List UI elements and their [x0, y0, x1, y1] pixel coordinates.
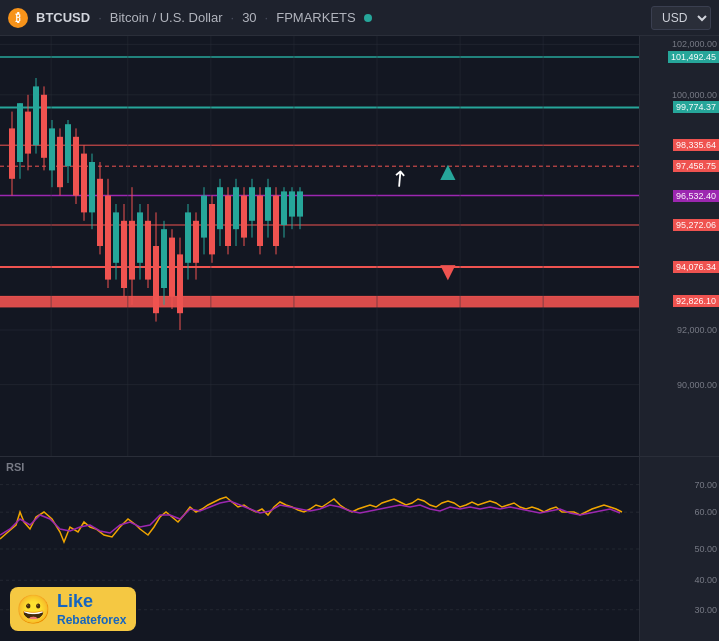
svg-rect-54 [137, 212, 143, 262]
rsi-scale: 70.00 60.00 50.00 40.00 30.00 [639, 457, 719, 641]
svg-rect-34 [57, 137, 63, 187]
price-100000: 100,000.00 [672, 90, 717, 100]
symbol-text: BTCUSD [36, 10, 90, 25]
svg-rect-58 [153, 246, 159, 313]
watermark-rebateforex-text: Rebateforex [57, 613, 126, 627]
svg-rect-70 [201, 196, 207, 238]
svg-rect-32 [49, 128, 55, 170]
price-99774: 99,774.37 [673, 101, 719, 113]
pair-name: Bitcoin / U.S. Dollar [110, 10, 223, 25]
price-92826: 92,826.10 [673, 295, 719, 307]
price-96532: 96,532.40 [673, 190, 719, 202]
price-95272: 95,272.06 [673, 219, 719, 231]
svg-rect-42 [89, 162, 95, 212]
svg-rect-94 [297, 191, 303, 216]
price-scale: 102,000.00 101,492.45 100,000.00 99,774.… [639, 36, 719, 456]
svg-rect-24 [17, 103, 23, 162]
svg-rect-80 [241, 196, 247, 238]
coin-icon: ₿ [8, 8, 28, 28]
svg-rect-86 [265, 187, 271, 221]
svg-rect-62 [169, 238, 175, 297]
svg-rect-26 [25, 112, 31, 154]
watermark-text: Like Rebateforex [57, 591, 126, 627]
svg-rect-44 [97, 179, 103, 246]
svg-rect-52 [129, 221, 135, 280]
rsi-panel: RSI 70.00 60.00 50.00 40.00 30.00 😀 [0, 456, 719, 641]
separator2: · [231, 10, 235, 25]
price-97458: 97,458.75 [673, 160, 719, 172]
main-chart: 102,000.00 101,492.45 100,000.00 99,774.… [0, 36, 719, 456]
chart-container: 102,000.00 101,492.45 100,000.00 99,774.… [0, 36, 719, 641]
svg-rect-60 [161, 229, 167, 288]
price-90000: 90,000.00 [677, 380, 717, 390]
svg-rect-56 [145, 221, 151, 280]
currency-select[interactable]: USD EUR BTC [651, 6, 711, 30]
watermark-like-text: Like [57, 591, 126, 613]
watermark-emoji: 😀 [16, 593, 51, 626]
svg-rect-48 [113, 212, 119, 262]
svg-rect-28 [33, 86, 39, 145]
svg-rect-68 [193, 221, 199, 263]
rsi-70: 70.00 [694, 480, 717, 490]
svg-rect-82 [249, 187, 255, 221]
down-arrow-annotation: ▼ [435, 256, 461, 287]
price-94076: 94,076.34 [673, 261, 719, 273]
svg-rect-72 [209, 204, 215, 254]
chart-header: ₿ BTCUSD · Bitcoin / U.S. Dollar · 30 · … [0, 0, 719, 36]
rsi-40: 40.00 [694, 575, 717, 585]
rsi-30: 30.00 [694, 605, 717, 615]
svg-rect-84 [257, 196, 263, 246]
rsi-60: 60.00 [694, 507, 717, 517]
watermark-logo: 😀 Like Rebateforex [10, 587, 136, 631]
svg-rect-88 [273, 196, 279, 246]
svg-rect-38 [73, 137, 79, 196]
price-98335: 98,335.64 [673, 139, 719, 151]
broker: FPMARKETS [276, 10, 355, 25]
svg-rect-76 [225, 196, 231, 246]
separator: · [98, 10, 102, 25]
svg-rect-64 [177, 254, 183, 313]
svg-rect-90 [281, 191, 287, 225]
svg-rect-36 [65, 124, 71, 166]
timeframe: 30 [242, 10, 256, 25]
svg-rect-74 [217, 187, 223, 229]
up-arrow-annotation: ▲ [435, 156, 461, 187]
svg-rect-50 [121, 221, 127, 288]
rsi-50: 50.00 [694, 544, 717, 554]
svg-rect-66 [185, 212, 191, 262]
price-92000: 92,000.00 [677, 325, 717, 335]
price-102000: 102,000.00 [672, 39, 717, 49]
live-indicator [364, 14, 372, 22]
price-101492: 101,492.45 [668, 51, 719, 63]
svg-rect-92 [289, 191, 295, 216]
candlestick-chart [0, 36, 639, 456]
separator3: · [265, 10, 269, 25]
svg-rect-22 [9, 128, 15, 178]
svg-rect-46 [105, 196, 111, 280]
svg-rect-78 [233, 187, 239, 229]
svg-rect-40 [81, 154, 87, 213]
svg-rect-30 [41, 95, 47, 158]
